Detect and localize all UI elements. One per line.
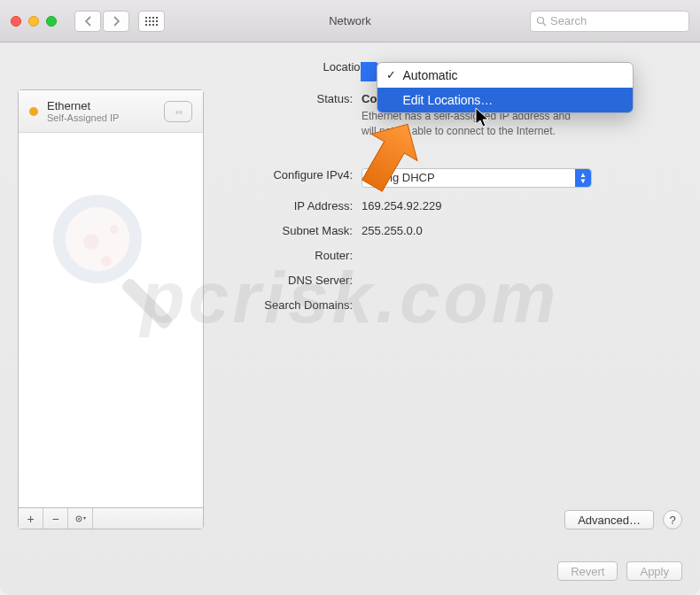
router-value — [362, 246, 682, 249]
svg-point-3 — [78, 518, 80, 520]
content-area: Location: Automatic Edit Locations… Ethe… — [0, 42, 700, 547]
svg-point-0 — [538, 17, 544, 23]
nav-buttons — [74, 11, 129, 32]
location-row: Location: Automatic Edit Locations… — [18, 60, 682, 73]
search-placeholder: Search — [550, 14, 587, 27]
ip-value: 169.254.92.229 — [362, 197, 682, 212]
grid-icon — [145, 17, 158, 26]
domains-value — [362, 296, 682, 298]
advanced-button[interactable]: Advanced… — [564, 510, 654, 529]
status-description: Ethernet has a self-assigned IP address … — [362, 109, 682, 139]
subnet-row: Subnet Mask: 255.255.0.0 — [220, 221, 682, 237]
location-option-automatic[interactable]: Automatic — [377, 63, 633, 88]
service-name: Ethernet — [47, 99, 155, 112]
dns-row: DNS Server: — [220, 271, 682, 287]
subnet-value: 255.255.0.0 — [362, 221, 682, 237]
configure-label: Configure IPv4: — [220, 166, 362, 182]
footer-actions: Revert Apply — [0, 547, 700, 595]
dropdown-arrow-icon — [361, 62, 378, 81]
ip-label: IP Address: — [220, 197, 362, 212]
domains-row: Search Domains: — [220, 296, 682, 312]
status-dot-icon — [29, 107, 38, 116]
service-actions-button[interactable] — [68, 508, 93, 529]
window-controls — [11, 16, 57, 27]
help-button[interactable]: ? — [663, 510, 682, 529]
ip-row: IP Address: 169.254.92.229 — [220, 197, 682, 212]
gear-icon — [74, 514, 87, 524]
dns-label: DNS Server: — [220, 271, 362, 287]
dns-value — [362, 271, 682, 274]
search-input[interactable]: Search — [530, 11, 689, 32]
router-label: Router: — [220, 246, 362, 262]
details-panel: Status: Connected Ethernet has a self-as… — [220, 89, 682, 529]
domains-label: Search Domains: — [220, 296, 362, 312]
svg-line-1 — [543, 23, 546, 26]
remove-service-button[interactable]: − — [43, 508, 68, 529]
titlebar: Network Search — [0, 0, 700, 42]
service-info: Ethernet Self-Assigned IP — [47, 99, 155, 123]
configure-ipv4-select[interactable]: Using DHCP ▲▼ — [362, 168, 592, 188]
services-sidebar: Ethernet Self-Assigned IP ‹···› + − — [18, 89, 204, 529]
service-status: Self-Assigned IP — [47, 112, 155, 123]
search-icon — [536, 16, 547, 27]
select-arrows-icon: ▲▼ — [575, 169, 591, 187]
service-ethernet[interactable]: Ethernet Self-Assigned IP ‹···› — [19, 90, 203, 133]
close-button[interactable] — [11, 16, 21, 27]
ethernet-icon: ‹···› — [164, 101, 192, 122]
forward-button[interactable] — [103, 11, 129, 32]
location-dropdown-menu: Automatic Edit Locations… — [377, 62, 634, 113]
advanced-row: Advanced… ? — [220, 492, 682, 529]
add-service-button[interactable]: + — [19, 508, 43, 529]
revert-button[interactable]: Revert — [557, 561, 618, 581]
status-label: Status: — [220, 89, 362, 105]
back-button[interactable] — [74, 11, 101, 32]
zoom-button[interactable] — [46, 16, 57, 27]
show-all-button[interactable] — [138, 11, 165, 32]
router-row: Router: — [220, 246, 682, 262]
apply-button[interactable]: Apply — [626, 561, 682, 581]
preferences-window: Network Search Location: Automatic Edit … — [0, 0, 700, 595]
main-area: Ethernet Self-Assigned IP ‹···› + − Stat… — [18, 89, 682, 529]
window-title: Network — [329, 14, 371, 27]
sidebar-footer: + − — [19, 507, 203, 529]
location-option-edit[interactable]: Edit Locations… — [377, 88, 633, 112]
configure-row: Configure IPv4: Using DHCP ▲▼ — [220, 166, 682, 188]
configure-value: Using DHCP — [369, 171, 435, 184]
subnet-label: Subnet Mask: — [220, 221, 362, 237]
sidebar-fill — [19, 133, 203, 507]
minimize-button[interactable] — [28, 16, 39, 27]
